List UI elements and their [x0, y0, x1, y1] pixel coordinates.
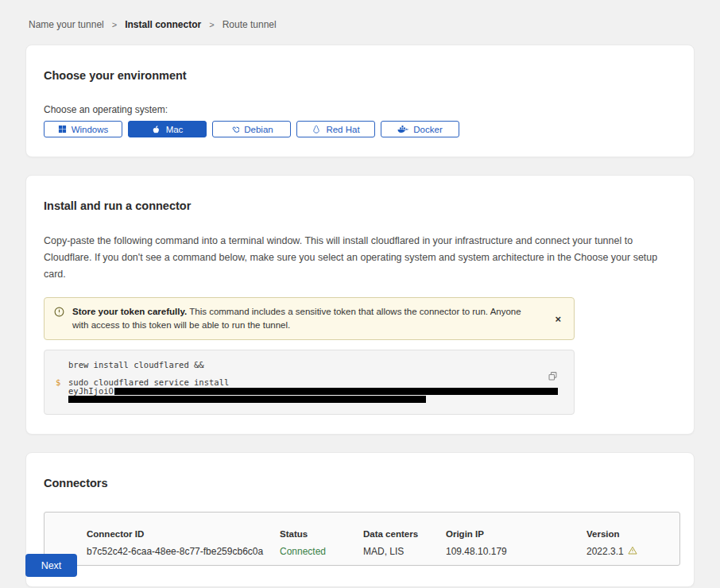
connectors-table-header: Connector ID Status Data centers Origin … [87, 529, 679, 539]
breadcrumb-step-name-tunnel[interactable]: Name your tunnel [29, 19, 104, 30]
os-button-docker[interactable]: Docker [381, 121, 459, 137]
code-line-token: eyJhIjoiO [68, 387, 563, 395]
connectors-table: Connector ID Status Data centers Origin … [44, 512, 680, 566]
install-card-title: Install and run a connector [44, 199, 676, 212]
os-button-windows[interactable]: Windows [44, 121, 122, 137]
origin-ip-value: 109.48.10.179 [446, 546, 586, 557]
table-row: b7c52c42-6caa-48ee-8c77-fbe259cb6c0a Con… [87, 546, 679, 557]
alert-circle-icon [54, 307, 64, 321]
shell-prompt: $ [56, 377, 68, 387]
debian-icon [230, 125, 239, 134]
warning-triangle-icon [628, 546, 637, 557]
connectors-card: Connectors Connector ID Status Data cent… [25, 452, 695, 587]
redacted-token-bar [68, 396, 426, 403]
os-button-mac[interactable]: Mac [128, 121, 207, 137]
copy-icon[interactable] [548, 371, 558, 384]
os-button-label: Debian [244, 125, 273, 134]
close-icon[interactable]: × [552, 312, 564, 326]
data-centers-value: MAD, LIS [363, 546, 446, 557]
token-warning-banner: Store your token carefully. This command… [44, 297, 575, 340]
os-button-label: Red Hat [326, 125, 359, 134]
col-connector-id: Connector ID [87, 529, 280, 539]
windows-icon [58, 125, 67, 133]
col-origin-ip: Origin IP [446, 529, 586, 539]
col-version: Version [586, 529, 679, 539]
code-line-sudo: sudo cloudflared service install [68, 377, 563, 387]
code-prompt-gutter: $ [56, 360, 68, 403]
code-line-token-2 [68, 395, 563, 403]
environment-card: Choose your environment Choose an operat… [25, 44, 695, 157]
next-button[interactable]: Next [25, 554, 77, 577]
breadcrumb-step-route-tunnel[interactable]: Route tunnel [223, 19, 277, 30]
breadcrumb-step-install-connector[interactable]: Install connector [125, 19, 201, 30]
install-card-description: Copy-paste the following command into a … [44, 233, 676, 283]
connector-id-value: b7c52c42-6caa-48ee-8c77-fbe259cb6c0a [87, 546, 280, 557]
install-command-code-block: $ brew install cloudflared && sudo cloud… [44, 350, 575, 415]
redhat-icon [312, 125, 321, 134]
breadcrumb-separator: > [209, 20, 214, 29]
os-select-label: Choose an operating system: [44, 104, 676, 115]
os-button-redhat[interactable]: Red Hat [296, 121, 375, 137]
os-button-label: Windows [72, 125, 109, 134]
install-card: Install and run a connector Copy-paste t… [25, 175, 695, 435]
col-status: Status [280, 529, 363, 539]
version-number: 2022.3.1 [586, 546, 624, 557]
version-value: 2022.3.1 [586, 546, 679, 557]
warning-title: Store your token carefully. [72, 307, 187, 316]
os-button-label: Docker [413, 125, 442, 134]
wizard-page: Choose your environment Choose an operat… [0, 30, 720, 587]
breadcrumb: Name your tunnel > Install connector > R… [0, 0, 720, 30]
code-content: brew install cloudflared && sudo cloudfl… [68, 360, 563, 403]
breadcrumb-separator: > [112, 20, 117, 29]
redacted-token-bar [114, 388, 558, 395]
token-prefix: eyJhIjoiO [68, 387, 114, 395]
status-badge: Connected [280, 546, 363, 557]
environment-card-title: Choose your environment [44, 69, 676, 82]
os-button-label: Mac [166, 125, 184, 134]
os-button-debian[interactable]: Debian [212, 121, 291, 137]
col-data-centers: Data centers [363, 529, 446, 539]
code-line-brew: brew install cloudflared && [68, 360, 563, 370]
docker-icon [397, 125, 408, 133]
apple-icon [152, 125, 161, 134]
os-button-group: Windows Mac Debian Red Hat [44, 121, 676, 137]
warning-text: Store your token carefully. This command… [72, 305, 544, 332]
connectors-card-title: Connectors [44, 477, 676, 489]
